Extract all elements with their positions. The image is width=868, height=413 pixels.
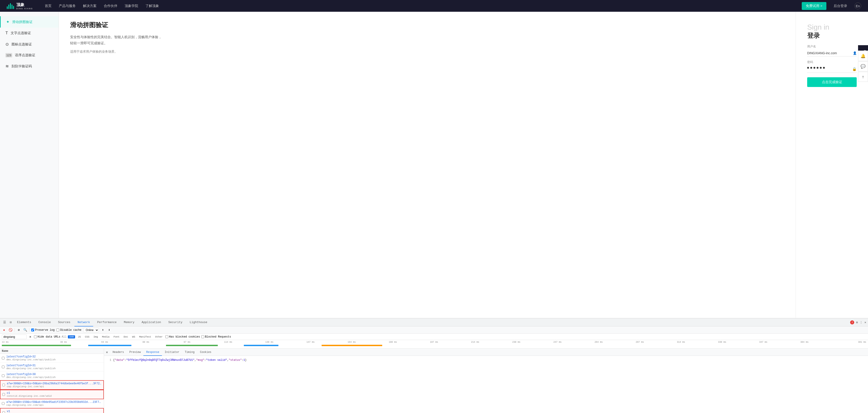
nav-link-solutions[interactable]: 解决方案 [83, 4, 97, 8]
sidebar-item-scratch[interactable]: ≋ 刮刮卡验证码 [0, 61, 59, 72]
username-display: DINGXIANG-inc.com 👤 [807, 50, 857, 57]
login-title-en: Sign in [807, 23, 857, 31]
float-btn-chat[interactable]: 💬 [858, 62, 868, 71]
dot-5 [820, 67, 822, 69]
captcha-desc-1: 安全性与体验性的完美结合。智能人机识别，流畅用户体验， 轻轻一滑即可完成验证。 [70, 34, 784, 46]
lock-icon: 🔒 [852, 67, 857, 71]
sidebar-item-sequence-select[interactable]: 123 语序点选验证 [0, 50, 59, 61]
sidebar-item-text-label: 文字点选验证 [11, 31, 31, 35]
sidebar-item-sequence-label: 语序点选验证 [15, 53, 35, 57]
float-btn-bell[interactable]: 🔔 [858, 51, 868, 61]
sidebar-item-text-select[interactable]: T 文字点选验证 [0, 28, 59, 39]
logo-bar-4 [11, 4, 12, 9]
sidebar-item-slide-puzzle[interactable]: ✦ 滑动拼图验证 [0, 16, 59, 28]
scratch-icon: ≋ [5, 64, 9, 69]
float-btn-top[interactable]: ↑ [858, 72, 868, 82]
dot-2 [810, 67, 812, 69]
logo-bar-2 [8, 4, 9, 9]
nav-link-about[interactable]: 了解顶象 [146, 4, 159, 8]
puzzle-icon: ✦ [6, 20, 9, 24]
icon-select-icon: ⊙ [5, 42, 9, 47]
sidebar-item-slide-label: 滑动拼图验证 [12, 20, 33, 24]
sidebar-item-scratch-label: 刮刮卡验证码 [11, 64, 32, 68]
main-content: ✦ 滑动拼图验证 T 文字点选验证 ⊙ 图标点选验证 123 语序点选验证 ≋ … [0, 12, 868, 318]
logo-sub: DING XIANG [16, 7, 33, 10]
language-switcher[interactable]: En [855, 2, 861, 9]
user-icon: 👤 [853, 51, 857, 55]
cta-button[interactable]: 免费试用 > [802, 2, 827, 10]
login-button[interactable]: 点击完成验证 [807, 77, 857, 87]
nav-link-home[interactable]: 首页 [45, 4, 52, 8]
dot-6 [823, 67, 825, 69]
dot-1 [807, 67, 809, 69]
nav-link-academy[interactable]: 顶象学院 [125, 4, 138, 8]
nav-link-products[interactable]: 产品与服务 [59, 4, 76, 8]
sidebar-item-icon-select[interactable]: ⊙ 图标点选验证 [0, 39, 59, 50]
center-content: 滑动拼图验证 安全性与体验性的完美结合。智能人机识别，流畅用户体验， 轻轻一滑即… [59, 12, 796, 318]
nav-link-partners[interactable]: 合作伙伴 [104, 4, 117, 8]
captcha-title: 滑动拼图验证 [70, 21, 784, 29]
logo-bar-3 [10, 3, 11, 9]
floating-sidebar: 产品介绍 🔔 💬 ↑ [858, 45, 868, 82]
logo[interactable]: 顶象 DING XIANG [7, 2, 33, 10]
logo-icon [7, 3, 14, 9]
sequence-icon: 123 [5, 53, 12, 57]
dot-3 [813, 67, 815, 69]
dot-4 [817, 67, 818, 69]
login-panel: Sign in 登录 用户名 DINGXIANG-inc.com 👤 密码 [796, 12, 868, 318]
text-icon: T [5, 31, 8, 35]
password-dots: 🔒 [807, 66, 857, 73]
login-link[interactable]: 后台登录 [834, 4, 847, 8]
sidebar-item-icon-label: 图标点选验证 [11, 42, 32, 46]
float-btn-intro[interactable]: 产品介绍 [858, 45, 868, 50]
password-label: 密码 [807, 60, 857, 64]
login-title-cn: 登录 [807, 31, 857, 40]
logo-bar-1 [7, 6, 8, 9]
product-sidebar: ✦ 滑动拼图验证 T 文字点选验证 ⊙ 图标点选验证 123 语序点选验证 ≋ … [0, 12, 59, 318]
top-navigation: 顶象 DING XIANG 首页 产品与服务 解决方案 合作伙伴 顶象学院 了解… [0, 0, 868, 12]
username-field: 用户名 DINGXIANG-inc.com 👤 [807, 44, 857, 57]
logo-bar-5 [13, 6, 14, 9]
captcha-desc-2: 适用于追求用户体验的业务场景。 [70, 50, 784, 54]
password-field: 密码 🔒 [807, 60, 857, 73]
logo-text: 顶象 [16, 2, 33, 7]
username-label: 用户名 [807, 44, 857, 48]
